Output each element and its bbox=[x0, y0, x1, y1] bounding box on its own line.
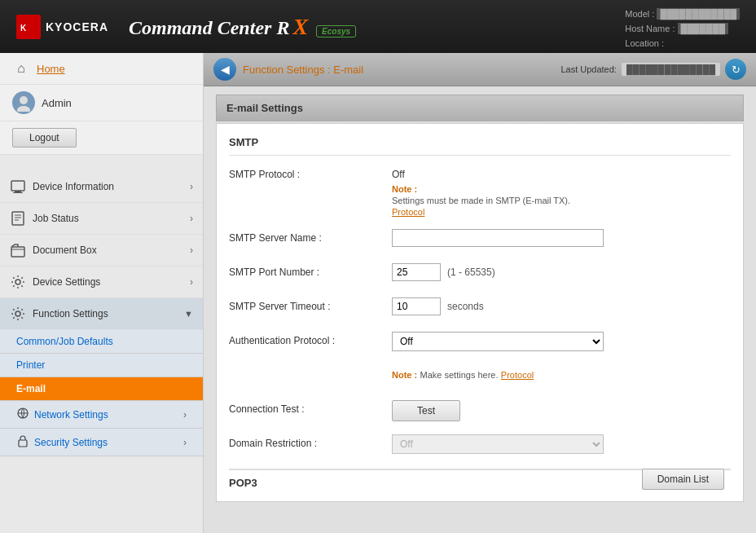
auth-note-text: Make settings here. bbox=[420, 370, 499, 380]
smtp-port-row: SMTP Port Number : (1 - 65535) bbox=[229, 263, 731, 286]
submenu-item-printer[interactable]: Printer bbox=[0, 354, 203, 377]
smtp-protocol-link[interactable]: Protocol bbox=[392, 207, 424, 217]
auth-protocol-control: Off POP before SMTP SMTP Auth bbox=[392, 332, 731, 351]
auth-protocol-select[interactable]: Off POP before SMTP SMTP Auth bbox=[392, 332, 604, 351]
app-title: Command Center R bbox=[129, 17, 289, 39]
function-settings-icon bbox=[10, 306, 26, 322]
smtp-settings-panel: SMTP SMTP Protocol : Off Note : Settings… bbox=[216, 123, 744, 502]
sidebar-admin-row: Admin bbox=[0, 85, 203, 121]
device-settings-label: Device Settings bbox=[33, 276, 183, 288]
security-sub-icon bbox=[16, 434, 29, 450]
smtp-server-name-input[interactable] bbox=[392, 229, 604, 247]
last-updated-label: Last Updated: bbox=[560, 64, 617, 74]
smtp-server-name-label: SMTP Server Name : bbox=[229, 229, 392, 244]
auth-protocol-link[interactable]: Protocol bbox=[501, 370, 534, 380]
sidebar-item-document-box[interactable]: Document Box › bbox=[0, 235, 203, 266]
last-updated-value: ██████████████ bbox=[622, 63, 720, 76]
sidebar-item-home[interactable]: ⌂ Home bbox=[0, 53, 203, 85]
device-settings-icon bbox=[10, 274, 26, 290]
model-label: Model : bbox=[625, 9, 654, 19]
content-area: E-mail Settings SMTP SMTP Protocol : Off… bbox=[204, 86, 756, 533]
logout-row: Logout bbox=[0, 121, 203, 155]
document-box-label: Document Box bbox=[33, 244, 183, 256]
domain-restriction-select[interactable]: Off On bbox=[392, 434, 604, 454]
submenu-item-email[interactable]: E-mail bbox=[0, 377, 203, 401]
rx-label: X bbox=[292, 14, 308, 40]
smtp-port-input[interactable] bbox=[392, 263, 441, 281]
smtp-server-name-row: SMTP Server Name : bbox=[229, 229, 731, 252]
function-settings-submenu: Common/Job Defaults Printer E-mail Netwo… bbox=[0, 330, 203, 456]
smtp-timeout-control: seconds bbox=[392, 297, 731, 315]
svg-point-3 bbox=[17, 106, 30, 112]
svg-rect-7 bbox=[12, 212, 24, 225]
smtp-note-text: Settings must be made in SMTP (E-mail TX… bbox=[392, 196, 570, 205]
job-status-arrow: › bbox=[190, 213, 193, 224]
svg-rect-6 bbox=[13, 192, 23, 193]
connection-test-control: Test bbox=[392, 400, 731, 421]
svg-point-13 bbox=[15, 311, 20, 316]
back-button[interactable]: ◀ bbox=[213, 58, 236, 81]
kyocera-brand-text: KYOCERA bbox=[46, 20, 108, 33]
header: K KYOCERA Command Center R X Ecosys Mode… bbox=[0, 0, 756, 53]
device-information-label: Device Information bbox=[33, 181, 183, 192]
smtp-timeout-row: SMTP Server Timeout : seconds bbox=[229, 297, 731, 320]
header-info: Model : ████████████ Host Name : ███████… bbox=[625, 7, 740, 51]
job-status-label: Job Status bbox=[33, 213, 183, 224]
domain-restriction-label: Domain Restriction : bbox=[229, 434, 392, 449]
connection-test-row: Connection Test : Test bbox=[229, 400, 731, 423]
job-status-icon bbox=[10, 210, 26, 227]
document-box-icon bbox=[10, 242, 26, 258]
logout-button[interactable]: Logout bbox=[12, 128, 77, 148]
refresh-button[interactable]: ↻ bbox=[725, 59, 746, 80]
model-value: ████████████ bbox=[657, 8, 740, 20]
domain-restriction-control: Off On bbox=[392, 434, 731, 454]
sidebar-item-function-settings[interactable]: Function Settings ▼ bbox=[0, 298, 203, 330]
ecosys-label: Ecosys bbox=[322, 27, 350, 36]
admin-avatar bbox=[12, 91, 35, 114]
svg-rect-4 bbox=[11, 181, 24, 191]
svg-point-12 bbox=[15, 280, 20, 284]
smtp-timeout-input[interactable] bbox=[392, 297, 441, 315]
sidebar-item-job-status[interactable]: Job Status › bbox=[0, 203, 203, 235]
auth-protocol-row: Authentication Protocol : Off POP before… bbox=[229, 332, 731, 355]
smtp-timeout-suffix: seconds bbox=[447, 301, 484, 312]
smtp-port-range: (1 - 65535) bbox=[447, 266, 495, 278]
sidebar-item-device-settings[interactable]: Device Settings › bbox=[0, 266, 203, 298]
submenu-item-security[interactable]: Security Settings › bbox=[0, 429, 203, 456]
test-button[interactable]: Test bbox=[392, 400, 460, 421]
svg-text:K: K bbox=[20, 24, 27, 33]
smtp-server-name-control bbox=[392, 229, 731, 247]
submenu-item-network-settings[interactable]: Network Settings › bbox=[0, 401, 203, 429]
security-sub-label: Security Settings bbox=[34, 437, 108, 448]
top-bar: ◀ Function Settings : E-mail Last Update… bbox=[204, 53, 756, 86]
location-label: Location : bbox=[625, 38, 664, 48]
email-settings-header: E-mail Settings bbox=[216, 95, 744, 121]
auth-note-spacer bbox=[229, 366, 392, 369]
home-icon: ⌂ bbox=[12, 59, 30, 77]
sidebar-item-device-information[interactable]: Device Information › bbox=[0, 171, 203, 203]
smtp-note-box: Note : Settings must be made in SMTP (E-… bbox=[392, 183, 731, 218]
last-updated-section: Last Updated: ██████████████ ↻ bbox=[560, 59, 746, 80]
auth-note-box: Note : Make settings here. Protocol bbox=[392, 369, 731, 381]
auth-note-area: Note : Make settings here. Protocol bbox=[392, 366, 731, 381]
smtp-section-header: SMTP bbox=[229, 136, 731, 156]
document-box-arrow: › bbox=[190, 244, 193, 256]
svg-rect-11 bbox=[11, 247, 24, 257]
hostname-value: ███████ bbox=[678, 23, 729, 34]
domain-list-button[interactable]: Domain List bbox=[642, 469, 724, 490]
submenu-item-common-job-defaults[interactable]: Common/Job Defaults bbox=[0, 330, 203, 354]
svg-rect-15 bbox=[19, 440, 27, 447]
svg-rect-5 bbox=[15, 191, 21, 192]
smtp-protocol-label: SMTP Protocol : bbox=[229, 165, 392, 180]
device-settings-arrow: › bbox=[190, 276, 193, 288]
breadcrumb: Function Settings : E-mail bbox=[243, 64, 554, 76]
network-settings-sub-icon bbox=[16, 407, 29, 422]
main-content: ◀ Function Settings : E-mail Last Update… bbox=[204, 53, 756, 533]
auth-note-label: Note : bbox=[392, 370, 417, 380]
smtp-port-control: (1 - 65535) bbox=[392, 263, 731, 281]
auth-protocol-label: Authentication Protocol : bbox=[229, 332, 392, 346]
svg-point-2 bbox=[20, 96, 28, 104]
function-settings-expand-arrow: ▼ bbox=[184, 309, 193, 319]
smtp-note-label: Note : bbox=[392, 184, 417, 194]
home-link-label[interactable]: Home bbox=[37, 63, 65, 75]
